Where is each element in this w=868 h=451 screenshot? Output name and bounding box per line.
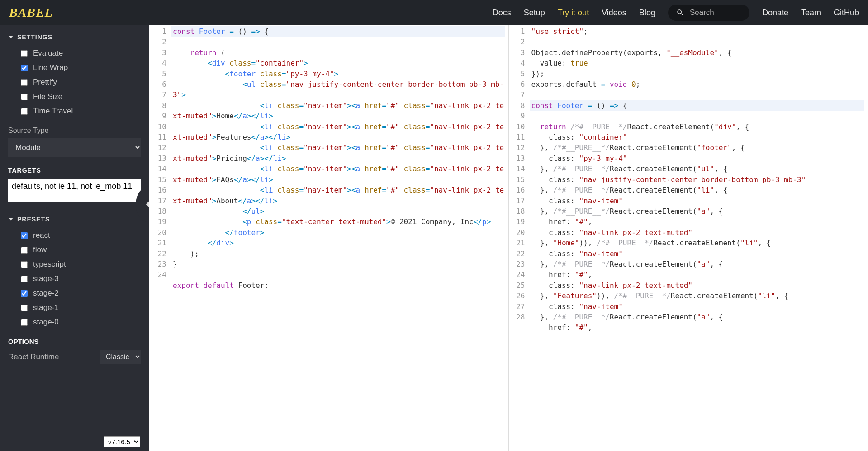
preset-label: stage-1 — [33, 303, 59, 312]
preset-label: stage-0 — [33, 318, 59, 327]
source-type-label: Source Type — [8, 127, 141, 135]
nav-blog[interactable]: Blog — [639, 8, 655, 18]
preset-react[interactable]: react — [8, 228, 141, 243]
setting-file-size[interactable]: File Size — [8, 89, 141, 104]
output-editor[interactable]: 1234567891011121314151617181920212223242… — [509, 25, 868, 451]
setting-checkbox[interactable] — [21, 94, 28, 100]
nav-github[interactable]: GitHub — [834, 8, 859, 18]
presets-header[interactable]: PRESETS — [8, 216, 141, 223]
preset-stage-3[interactable]: stage-3 — [8, 272, 141, 286]
setting-checkbox[interactable] — [21, 50, 28, 57]
preset-label: stage-2 — [33, 289, 59, 298]
settings-title: SETTINGS — [17, 33, 52, 41]
sidebar: SETTINGS EvaluateLine WrapPrettifyFile S… — [0, 25, 149, 451]
preset-stage-0[interactable]: stage-0 — [8, 315, 141, 329]
settings-header[interactable]: SETTINGS — [8, 33, 141, 41]
setting-label: Evaluate — [33, 49, 63, 58]
input-editor[interactable]: 123456789101112131415161718192021222324 … — [149, 25, 509, 451]
output-gutter: 1234567891011121314151617181920212223242… — [509, 25, 530, 322]
nav-try-it-out[interactable]: Try it out — [558, 8, 589, 18]
babel-logo[interactable]: BABEL — [9, 5, 53, 20]
targets-label: TARGETS — [8, 167, 141, 174]
setting-label: Line Wrap — [33, 63, 68, 72]
preset-checkbox[interactable] — [21, 305, 28, 311]
top-nav: Docs Setup Try it out Videos Blog Donate… — [493, 5, 859, 21]
preset-checkbox[interactable] — [21, 319, 28, 326]
setting-checkbox[interactable] — [21, 108, 28, 115]
preset-label: typescript — [33, 260, 66, 269]
preset-stage-1[interactable]: stage-1 — [8, 301, 141, 315]
nav-setup[interactable]: Setup — [524, 8, 545, 18]
preset-label: react — [33, 231, 50, 240]
nav-videos[interactable]: Videos — [602, 8, 626, 18]
preset-checkbox[interactable] — [21, 261, 28, 268]
preset-label: flow — [33, 245, 47, 254]
preset-checkbox[interactable] — [21, 276, 28, 282]
search-box[interactable] — [668, 5, 749, 21]
preset-flow[interactable]: flow — [8, 243, 141, 257]
setting-line-wrap[interactable]: Line Wrap — [8, 61, 141, 75]
preset-typescript[interactable]: typescript — [8, 257, 141, 272]
top-header: BABEL Docs Setup Try it out Videos Blog … — [0, 0, 868, 25]
input-gutter: 123456789101112131415161718192021222324 — [149, 25, 171, 280]
output-code: "use strict"; Object.defineProperty(expo… — [530, 25, 868, 333]
version-select[interactable]: v7.16.5 — [104, 436, 140, 447]
react-runtime-label: React Runtime — [8, 352, 59, 362]
preset-checkbox[interactable] — [21, 247, 28, 254]
setting-label: Prettify — [33, 78, 57, 87]
chevron-left-icon — [146, 201, 149, 208]
preset-checkbox[interactable] — [21, 232, 28, 239]
setting-checkbox[interactable] — [21, 79, 28, 86]
preset-checkbox[interactable] — [21, 290, 28, 297]
chevron-down-icon — [8, 34, 14, 40]
search-input[interactable] — [690, 8, 735, 17]
nav-team[interactable]: Team — [801, 8, 821, 18]
options-label: OPTIONS — [8, 338, 141, 345]
react-runtime-select[interactable]: Classic — [100, 350, 141, 364]
preset-label: stage-3 — [33, 274, 59, 283]
chevron-down-icon — [8, 216, 14, 222]
setting-checkbox[interactable] — [21, 65, 28, 71]
setting-label: Time Travel — [33, 107, 73, 116]
preset-stage-2[interactable]: stage-2 — [8, 286, 141, 301]
nav-docs[interactable]: Docs — [493, 8, 511, 18]
presets-title: PRESETS — [17, 216, 50, 223]
search-icon — [676, 9, 684, 17]
setting-label: File Size — [33, 92, 62, 101]
setting-evaluate[interactable]: Evaluate — [8, 46, 141, 61]
nav-donate[interactable]: Donate — [762, 8, 788, 18]
setting-time-travel[interactable]: Time Travel — [8, 104, 141, 118]
input-code[interactable]: const Footer = () => { return ( <div cla… — [171, 25, 508, 291]
setting-prettify[interactable]: Prettify — [8, 75, 141, 89]
source-type-select[interactable]: Module — [8, 138, 141, 157]
targets-input[interactable] — [8, 179, 141, 202]
